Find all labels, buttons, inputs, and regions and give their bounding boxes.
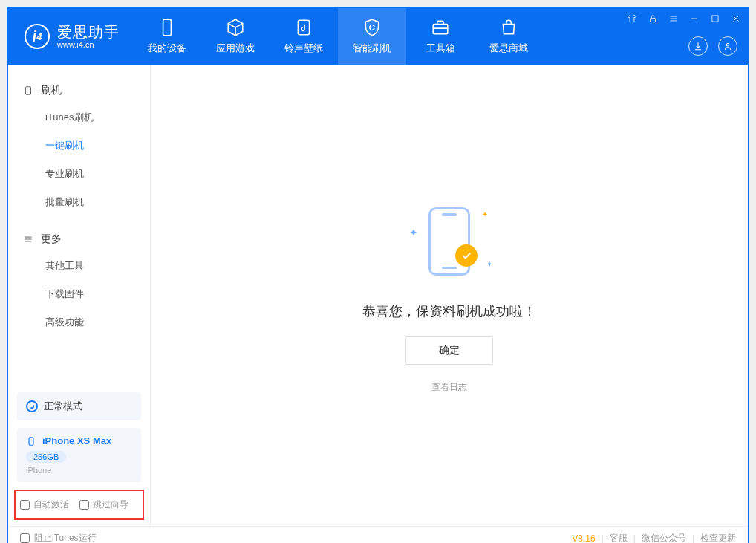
svg-rect-4	[712, 16, 718, 22]
shield-refresh-icon	[362, 18, 382, 37]
nav-store[interactable]: 爱思商城	[475, 8, 543, 65]
success-illustration: ✦ ✦ ✦	[405, 197, 494, 286]
success-check-icon	[455, 244, 478, 267]
header-actions	[688, 36, 737, 56]
checkbox-block-itunes[interactable]: 阻止iTunes运行	[20, 532, 97, 543]
checkbox-auto-activate[interactable]: 自动激活	[20, 498, 69, 511]
view-log-link[interactable]: 查看日志	[431, 381, 467, 394]
titlebar: i4 爱思助手 www.i4.cn 我的设备 应用游戏 铃声壁纸 智能刷机 工具…	[8, 8, 748, 65]
body: 刷机 iTunes刷机 一键刷机 专业刷机 批量刷机 更多 其他工具 下载固件 …	[8, 65, 748, 526]
bag-icon	[499, 18, 518, 37]
svg-point-5	[726, 44, 729, 47]
list-icon	[23, 234, 33, 244]
status-link-wechat[interactable]: 微信公众号	[642, 532, 686, 543]
flash-options: 自动激活 跳过向导	[14, 490, 144, 520]
nav-apps-games[interactable]: 应用游戏	[201, 8, 270, 65]
sidebar-group-more: 更多	[8, 227, 150, 252]
nav-toolbox[interactable]: 工具箱	[406, 8, 475, 65]
shirt-icon[interactable]	[626, 13, 638, 25]
close-button[interactable]	[730, 13, 742, 25]
minimize-button[interactable]	[688, 13, 700, 25]
svg-rect-2	[433, 25, 448, 34]
status-link-update[interactable]: 检查更新	[700, 532, 736, 543]
sidebar-item-other-tools[interactable]: 其他工具	[8, 252, 150, 280]
ok-button[interactable]: 确定	[405, 336, 493, 365]
nav-my-device[interactable]: 我的设备	[133, 8, 201, 65]
toolbox-icon	[431, 18, 450, 37]
music-file-icon	[294, 18, 313, 37]
sparkle-icon: ✦	[409, 227, 418, 238]
logo-icon: i4	[25, 24, 50, 49]
svg-rect-1	[298, 20, 309, 35]
device-name: iPhone XS Max	[42, 435, 111, 446]
main-nav: 我的设备 应用游戏 铃声壁纸 智能刷机 工具箱 爱思商城	[133, 8, 543, 65]
menu-icon[interactable]	[668, 13, 680, 25]
device-icon	[23, 85, 33, 96]
mode-icon	[26, 400, 38, 412]
sidebar-item-advanced[interactable]: 高级功能	[8, 308, 150, 336]
device-card[interactable]: iPhone XS Max 256GB iPhone	[17, 428, 141, 482]
phone-small-icon	[26, 436, 36, 446]
success-message: 恭喜您，保资料刷机成功啦！	[362, 302, 536, 320]
lock-icon[interactable]	[647, 13, 659, 25]
app-window: i4 爱思助手 www.i4.cn 我的设备 应用游戏 铃声壁纸 智能刷机 工具…	[7, 7, 749, 543]
sidebar-item-batch-flash[interactable]: 批量刷机	[8, 188, 150, 216]
version-label: V8.16	[572, 533, 595, 544]
svg-rect-0	[163, 19, 172, 36]
device-capacity: 256GB	[26, 451, 66, 463]
svg-rect-3	[651, 18, 656, 22]
nav-smart-flash[interactable]: 智能刷机	[338, 8, 406, 65]
sidebar-item-itunes-flash[interactable]: iTunes刷机	[8, 103, 150, 131]
sidebar-item-download-firmware[interactable]: 下载固件	[8, 280, 150, 308]
sidebar: 刷机 iTunes刷机 一键刷机 专业刷机 批量刷机 更多 其他工具 下载固件 …	[8, 65, 151, 526]
nav-ringtones[interactable]: 铃声壁纸	[270, 8, 338, 65]
main-content: ✦ ✦ ✦ 恭喜您，保资料刷机成功啦！ 确定 查看日志	[151, 65, 748, 526]
mode-indicator[interactable]: 正常模式	[17, 392, 141, 420]
sparkle-icon: ✦	[482, 210, 488, 218]
user-button[interactable]	[718, 36, 737, 56]
logo: i4 爱思助手 www.i4.cn	[8, 8, 133, 65]
statusbar: 阻止iTunes运行 V8.16 | 客服 | 微信公众号 | 检查更新	[8, 526, 748, 543]
svg-rect-7	[29, 437, 33, 445]
device-type: iPhone	[26, 466, 132, 475]
app-url: www.i4.cn	[57, 40, 120, 49]
phone-icon	[157, 18, 177, 37]
svg-rect-6	[26, 87, 31, 95]
checkbox-skip-wizard[interactable]: 跳过向导	[79, 498, 128, 511]
sidebar-item-onekey-flash[interactable]: 一键刷机	[8, 131, 150, 160]
mode-label: 正常模式	[44, 400, 82, 413]
status-link-support[interactable]: 客服	[610, 532, 628, 543]
cube-icon	[226, 18, 245, 37]
sidebar-item-pro-flash[interactable]: 专业刷机	[8, 160, 150, 188]
sparkle-icon: ✦	[486, 260, 492, 268]
sidebar-group-flash: 刷机	[8, 78, 150, 103]
window-controls	[626, 13, 742, 25]
maximize-button[interactable]	[709, 13, 721, 25]
download-button[interactable]	[688, 36, 708, 56]
app-name: 爱思助手	[57, 24, 120, 40]
